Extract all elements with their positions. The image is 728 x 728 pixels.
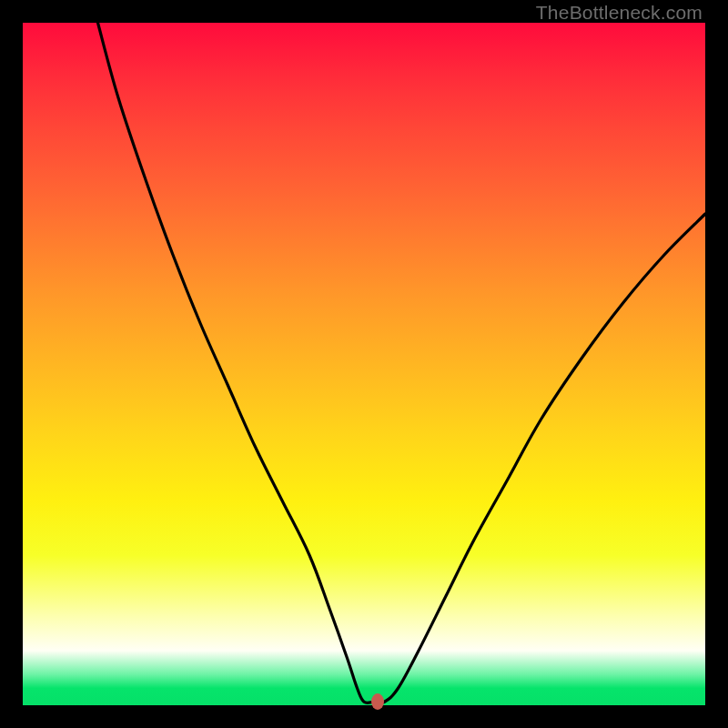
plot-area — [23, 23, 705, 705]
curve-svg — [23, 23, 705, 705]
watermark-text: TheBottleneck.com — [536, 2, 703, 24]
chart-frame: TheBottleneck.com — [0, 0, 728, 728]
bottleneck-curve — [98, 23, 706, 703]
optimal-point-marker — [371, 693, 384, 710]
